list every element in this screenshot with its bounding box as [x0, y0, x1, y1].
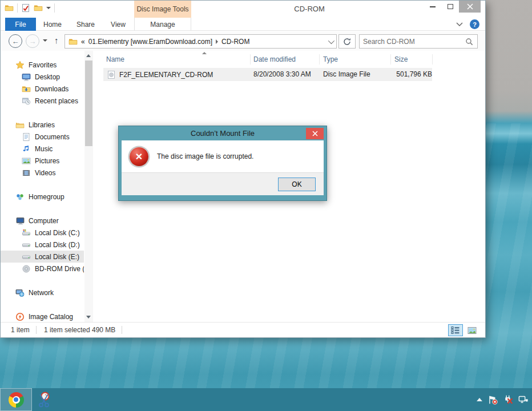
tab-manage[interactable]: Manage	[134, 18, 191, 31]
libraries-icon	[15, 120, 25, 130]
sidebar-scrollbar[interactable]	[84, 51, 93, 322]
contextual-tab-header: Disc Image Tools	[134, 1, 191, 18]
chrome-icon	[9, 392, 24, 408]
close-icon	[467, 3, 473, 10]
tab-view[interactable]: View	[102, 18, 134, 31]
sidebar-item-music[interactable]: Music	[1, 143, 84, 155]
sidebar-item-libraries[interactable]: Libraries	[1, 119, 84, 131]
refresh-button[interactable]	[338, 34, 356, 49]
titlebar: Disc Image Tools CD-ROM	[1, 1, 485, 18]
help-button[interactable]: ?	[470, 19, 479, 29]
minimize-button[interactable]	[424, 1, 441, 13]
sidebar-item-recent-places[interactable]: Recent places	[1, 95, 84, 107]
action-center-alert-icon[interactable]	[487, 394, 498, 405]
sidebar-item-videos[interactable]: Videos	[1, 167, 84, 179]
tab-file[interactable]: File	[5, 18, 36, 31]
up-button[interactable]: ↑	[54, 35, 59, 45]
view-toggles	[448, 324, 479, 336]
properties-icon[interactable]	[21, 3, 30, 13]
sidebar-item-pictures[interactable]: Pictures	[1, 155, 84, 167]
sidebar-item-bd-rom-drive[interactable]: BD-ROM Drive (G	[1, 263, 84, 275]
column-header-date-modified[interactable]: Date modified	[253, 55, 296, 63]
large-icons-view-button[interactable]	[465, 324, 479, 336]
navigation-pane: Favorites Desktop Downloads Recent place…	[1, 51, 95, 322]
large-icons-view-icon	[467, 327, 477, 335]
qat-dropdown-icon[interactable]	[46, 7, 51, 9]
file-row[interactable]: F2F_ELEMENTARY_CD-ROM 8/20/2008 3:30 AM …	[103, 68, 432, 81]
error-dialog: Couldn’t Mount File ✕ The disc image fil…	[118, 126, 327, 201]
explorer-folder-icon[interactable]	[5, 3, 14, 13]
sidebar-label: Desktop	[35, 73, 60, 81]
breadcrumb-overflow[interactable]: «	[81, 38, 85, 46]
taskbar	[0, 388, 532, 411]
window-title: CD-ROM	[294, 1, 324, 18]
show-hidden-icons-button[interactable]	[477, 398, 482, 401]
sidebar-label: Music	[35, 145, 53, 153]
breadcrumb-separator-icon[interactable]	[216, 39, 218, 44]
tab-home[interactable]: Home	[36, 18, 69, 31]
minimize-icon	[430, 6, 436, 7]
selection-size: 490 MB	[92, 326, 115, 334]
sidebar-item-documents[interactable]: Documents	[1, 131, 84, 143]
new-folder-icon[interactable]	[34, 3, 43, 13]
maximize-button[interactable]	[441, 1, 459, 13]
details-view-button[interactable]	[448, 324, 463, 336]
sidebar-item-local-disk-e[interactable]: Local Disk (E:)	[1, 251, 84, 263]
qat-divider	[17, 3, 18, 13]
recent-places-icon	[22, 96, 31, 106]
forward-button[interactable]: →	[26, 34, 39, 48]
column-header-type[interactable]: Type	[323, 55, 338, 63]
sidebar-item-local-disk-d[interactable]: Local Disk (D:)	[1, 239, 84, 251]
search-input[interactable]	[360, 38, 465, 46]
close-button[interactable]	[459, 1, 481, 13]
sidebar-label: Recent places	[35, 97, 78, 105]
sidebar-item-homegroup[interactable]: Homegroup	[1, 191, 84, 203]
address-dropdown-icon[interactable]	[328, 37, 334, 43]
taskbar-snipping-tool-button[interactable]	[35, 391, 53, 408]
scroll-up-icon[interactable]	[86, 54, 91, 57]
image-catalog-icon	[15, 312, 25, 321]
dialog-footer: OK	[122, 172, 324, 195]
breadcrumb-segment[interactable]: CD-ROM	[221, 38, 249, 46]
column-header-size[interactable]: Size	[394, 55, 408, 63]
breadcrumb-segment[interactable]: 01.Elementry [www.EramDownload.com]	[88, 38, 212, 46]
address-bar[interactable]: « 01.Elementry [www.EramDownload.com] CD…	[65, 34, 337, 49]
sidebar-item-desktop[interactable]: Desktop	[1, 71, 84, 83]
error-icon: ✕	[130, 147, 148, 166]
recent-locations-icon[interactable]	[43, 39, 47, 42]
scrollbar-thumb[interactable]	[85, 61, 92, 146]
file-date-modified: 8/20/2008 3:30 AM	[253, 70, 311, 78]
network-icon	[15, 288, 25, 297]
sidebar-label: Downloads	[35, 85, 68, 93]
sort-ascending-icon	[202, 52, 207, 54]
system-tray	[477, 388, 529, 411]
search-icon[interactable]	[465, 38, 473, 46]
sidebar-item-downloads[interactable]: Downloads	[1, 83, 84, 95]
column-header-name[interactable]: Name	[106, 55, 124, 63]
desktop-icon	[22, 72, 31, 82]
pictures-icon	[22, 156, 31, 166]
navigation-toolbar: ← → ↑ « 01.Elementry [www.EramDownload.c…	[1, 31, 485, 51]
videos-icon	[22, 168, 31, 178]
back-button[interactable]: ←	[9, 34, 22, 48]
taskbar-chrome-button[interactable]	[0, 388, 32, 411]
ok-button[interactable]: OK	[278, 178, 316, 191]
dialog-title: Couldn’t Mount File	[119, 126, 327, 140]
sidebar-item-network[interactable]: Network	[1, 287, 84, 299]
expand-ribbon-icon[interactable]	[456, 22, 463, 27]
system-drive-icon	[22, 228, 31, 237]
tab-share[interactable]: Share	[69, 18, 102, 31]
quick-access-toolbar	[5, 3, 55, 13]
sidebar-item-image-catalog[interactable]: Image Catalog	[1, 311, 84, 322]
sidebar-item-local-disk-c[interactable]: Local Disk (C:)	[1, 227, 84, 239]
sidebar-item-favorites[interactable]: Favorites	[1, 59, 84, 71]
sidebar-label: Documents	[35, 133, 70, 141]
sidebar-label: Local Disk (C:)	[35, 229, 80, 237]
scroll-down-icon[interactable]	[86, 316, 91, 319]
sidebar-item-computer[interactable]: Computer	[1, 215, 84, 227]
audio-unplugged-icon[interactable]	[503, 394, 513, 405]
network-icon[interactable]	[518, 394, 529, 405]
dialog-close-button[interactable]	[306, 128, 324, 139]
selection-summary: 1 item selected	[44, 326, 90, 334]
sidebar-label: Local Disk (D:)	[35, 241, 80, 249]
